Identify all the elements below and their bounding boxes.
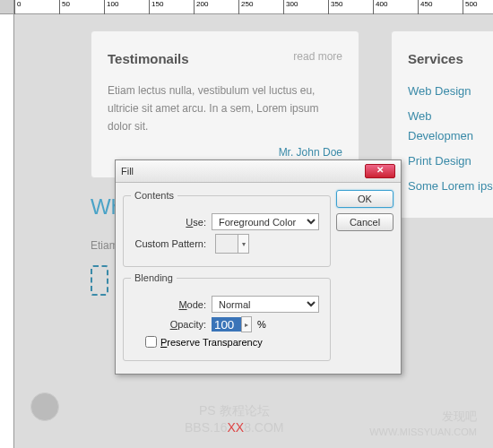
blending-fieldset: Blending Mode: Normal Opacity: ▸ % Prese… bbox=[123, 272, 331, 361]
opacity-label: Opacity: bbox=[131, 319, 212, 330]
ok-button[interactable]: OK bbox=[336, 190, 394, 208]
services-title: Services bbox=[408, 47, 493, 71]
watermark-url: WWW.MISSYUAN.COM bbox=[369, 426, 477, 437]
use-label: Use: bbox=[131, 217, 212, 228]
cancel-button[interactable]: Cancel bbox=[336, 213, 394, 231]
mode-select[interactable]: Normal bbox=[212, 296, 319, 313]
service-link-2[interactable]: Print Design bbox=[408, 151, 493, 171]
service-link-0[interactable]: Web Design bbox=[408, 82, 493, 101]
watermark: PS 教程论坛 BBS.16XX8.COM bbox=[185, 402, 284, 437]
testimonials-signature: Mr. John Doe bbox=[108, 143, 342, 161]
testimonials-card: Testimonails read more Etiam lectus null… bbox=[91, 30, 359, 178]
ruler-vertical bbox=[0, 14, 14, 448]
testimonials-title: Testimonails read more bbox=[108, 47, 342, 71]
testimonials-body: Etiam lectus nulla, vestibulum vel luctu… bbox=[108, 82, 342, 136]
ruler-horizontal: 0 50 100 150 200 250 300 350 400 450 500 bbox=[14, 0, 493, 14]
mode-label: Mode: bbox=[131, 299, 212, 310]
dialog-body: Contents Use: Foreground Color Custom Pa… bbox=[116, 183, 401, 374]
testimonials-title-text: Testimonails bbox=[108, 51, 189, 66]
preserve-checkbox[interactable] bbox=[145, 336, 157, 348]
use-select[interactable]: Foreground Color bbox=[212, 213, 319, 230]
stamp-icon bbox=[30, 392, 59, 421]
dialog-title: Fill bbox=[121, 166, 365, 177]
percent-label: % bbox=[257, 319, 266, 330]
contents-legend: Contents bbox=[131, 190, 177, 201]
pattern-label: Custom Pattern: bbox=[131, 238, 212, 249]
opacity-input[interactable] bbox=[212, 317, 242, 332]
service-link-1[interactable]: Web Developmen bbox=[408, 107, 493, 146]
contents-fieldset: Contents Use: Foreground Color Custom Pa… bbox=[123, 190, 331, 267]
opacity-drop-icon[interactable]: ▸ bbox=[241, 316, 252, 332]
pattern-drop-icon: ▾ bbox=[238, 234, 249, 254]
dialog-titlebar[interactable]: Fill ✕ bbox=[116, 160, 401, 183]
blending-legend: Blending bbox=[131, 272, 177, 283]
pattern-swatch bbox=[215, 234, 238, 254]
ruler-corner bbox=[0, 0, 14, 14]
watermark-right: 发现吧 bbox=[442, 409, 477, 425]
read-more-link[interactable]: read more bbox=[293, 47, 342, 65]
preserve-label: Preserve Transparency bbox=[160, 337, 263, 348]
close-icon[interactable]: ✕ bbox=[365, 164, 395, 178]
fill-dialog: Fill ✕ Contents Use: Foreground Color Cu… bbox=[115, 159, 402, 375]
